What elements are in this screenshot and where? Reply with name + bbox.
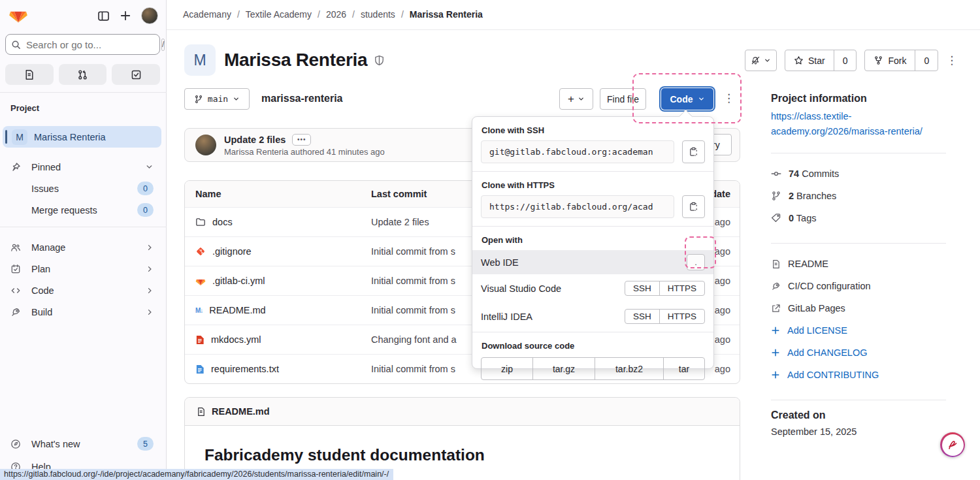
branch-selector[interactable]: main (184, 88, 250, 110)
code-dropdown-button[interactable]: Code (661, 88, 713, 110)
sidebar-toggle-icon[interactable] (97, 10, 110, 22)
star-button[interactable]: Star (785, 50, 834, 71)
issues-count-badge: 0 (137, 182, 154, 195)
add-license-link[interactable]: Add LICENSE (771, 319, 946, 342)
commit-author-avatar[interactable] (195, 135, 216, 155)
star-icon (794, 56, 804, 65)
breadcrumb-item[interactable]: students (361, 9, 395, 20)
search-shortcut-key: / (161, 39, 165, 51)
shortcut-merge-requests-button[interactable] (59, 64, 107, 85)
project-options-kebab-icon[interactable]: ⋮ (946, 55, 957, 66)
repo-options-kebab-icon[interactable]: ⋮ (723, 93, 734, 104)
readme-link[interactable]: README (771, 253, 946, 275)
download-tar-button[interactable]: tar (663, 358, 704, 379)
sidebar-item-code[interactable]: Code (3, 280, 161, 301)
merge-requests-count-badge: 0 (137, 203, 154, 217)
fork-count[interactable]: 0 (915, 50, 938, 71)
created-on-date: September 15, 2025 (771, 426, 946, 437)
create-new-icon[interactable] (120, 10, 131, 22)
clipboard-icon (689, 147, 698, 157)
commit-expand-button[interactable]: ••• (292, 134, 311, 146)
project-avatar: M (184, 44, 216, 76)
download-zip-button[interactable]: zip (482, 358, 532, 379)
vscode-ssh-button[interactable]: SSH (625, 281, 659, 295)
sidebar-item-merge-requests[interactable]: Merge requests 0 (3, 199, 161, 221)
add-file-dropdown-button[interactable]: + (559, 88, 593, 110)
menu-item-web-ide[interactable]: Web IDE . (472, 250, 713, 274)
sidebar-item-whats-new[interactable]: What's new 5 (3, 433, 161, 455)
folder-icon (195, 217, 206, 227)
sidebar-item-manage[interactable]: Manage (3, 236, 161, 258)
commit-meta: Marissa Renteria authored 41 minutes ago (224, 147, 385, 157)
menu-item-vscode[interactable]: Visual Studio Code SSH HTTPS (472, 274, 713, 302)
plus-icon (771, 326, 780, 335)
shortcut-issues-button[interactable] (5, 64, 54, 85)
copy-ssh-url-button[interactable] (682, 140, 705, 163)
breadcrumb-item[interactable]: 2026 (326, 9, 346, 20)
acrobat-icon (942, 434, 964, 456)
repo-name: marissa-renteria (261, 93, 343, 104)
breadcrumb-item[interactable]: Academany (183, 9, 231, 20)
global-search[interactable]: / (5, 34, 160, 55)
tag-icon (771, 213, 781, 223)
user-avatar[interactable] (141, 7, 158, 24)
active-indicator (5, 130, 7, 144)
cicd-configuration-link[interactable]: CI/CD configuration (771, 275, 946, 297)
tags-link[interactable]: 0 Tags (771, 207, 946, 229)
add-changelog-link[interactable]: Add CHANGELOG (771, 342, 946, 364)
chevron-right-icon (146, 244, 154, 251)
clone-https-input[interactable]: https://gitlab.fabcloud.org/acad (481, 195, 674, 218)
sidebar-item-issues[interactable]: Issues 0 (3, 178, 161, 199)
plus-icon (771, 370, 780, 379)
chevron-down-icon (698, 95, 705, 103)
breadcrumb-item-current: Marissa Renteria (410, 9, 483, 20)
vscode-https-button[interactable]: HTTPS (659, 281, 704, 295)
page-title: Marissa Renteria (224, 50, 367, 71)
readme-header[interactable]: README.md (185, 398, 740, 426)
clone-ssh-label: Clone with SSH (482, 125, 704, 135)
copy-https-url-button[interactable] (682, 195, 705, 218)
gitlab-pages-link[interactable]: GitLab Pages (771, 297, 946, 319)
pdf-extension-badge[interactable] (940, 432, 965, 457)
project-info-sidebar: Project information https://class.textil… (771, 88, 946, 437)
users-icon (10, 242, 21, 253)
sidebar-item-plan[interactable]: Plan (3, 258, 161, 280)
clone-ssh-input[interactable]: git@gitlab.fabcloud.org:academan (481, 140, 674, 163)
commit-title[interactable]: Update 2 files (224, 135, 286, 145)
intellij-ssh-button[interactable]: SSH (625, 310, 659, 323)
branches-link[interactable]: 2 Branches (771, 185, 946, 207)
star-count[interactable]: 0 (834, 50, 857, 71)
left-sidebar: / Project M Marissa Renteria (0, 0, 167, 480)
find-file-button[interactable]: Find file (600, 88, 646, 110)
notifications-button[interactable] (745, 50, 777, 71)
download-options: zip tar.gz tar.bz2 tar (481, 357, 705, 380)
chevron-right-icon (146, 265, 154, 273)
project-url-link[interactable]: https://class.textile-academy.org/2026/m… (771, 109, 946, 139)
star-button-group: Star 0 (785, 50, 857, 71)
sidebar-section-project: Project (10, 103, 39, 113)
breadcrumb-item[interactable]: Textile Academy (246, 9, 312, 20)
code-brackets-icon (10, 285, 21, 296)
sidebar-item-build[interactable]: Build (3, 301, 161, 323)
git-file-icon (195, 246, 206, 257)
commit-icon (771, 168, 781, 179)
shortcut-todo-button[interactable] (112, 64, 160, 85)
sidebar-item-current-project[interactable]: M Marissa Renteria (3, 126, 161, 148)
project-info-title: Project information (771, 93, 946, 104)
chevron-down-icon (233, 95, 240, 103)
download-tarbz2-button[interactable]: tar.bz2 (595, 358, 663, 379)
main-content: Academany/ Textile Academy/ 2026/ studen… (167, 0, 980, 480)
add-contributing-link[interactable]: Add CONTRIBUTING (771, 364, 946, 386)
commits-link[interactable]: 74 Commits (771, 163, 946, 185)
clipboard-icon (689, 202, 698, 212)
sidebar-item-pinned[interactable]: Pinned (3, 156, 161, 178)
created-on-label: Created on (771, 409, 946, 421)
chevron-right-icon (146, 287, 154, 295)
intellij-https-button[interactable]: HTTPS (659, 310, 704, 323)
gitlab-logo-icon[interactable] (8, 5, 28, 24)
download-targz-button[interactable]: tar.gz (532, 358, 595, 379)
fork-button[interactable]: Fork (865, 50, 915, 71)
menu-item-intellij[interactable]: IntelliJ IDEA SSH HTTPS (472, 302, 713, 330)
download-source-label: Download source code (482, 341, 704, 351)
search-input[interactable] (26, 39, 156, 50)
